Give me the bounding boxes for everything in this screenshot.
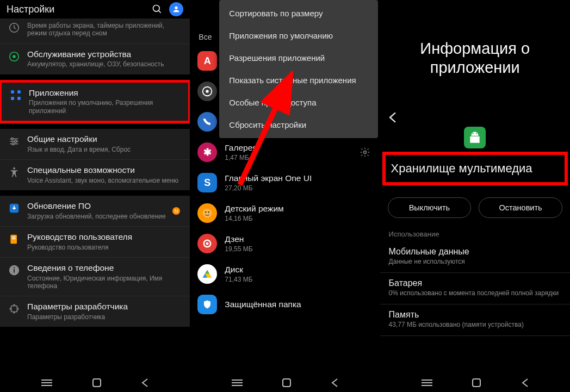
menu-item-default-apps[interactable]: Приложения по умолчанию [219, 24, 377, 47]
nav-home[interactable] [92, 378, 102, 388]
nav-recents[interactable] [422, 379, 432, 387]
svg-point-29 [205, 211, 207, 213]
settings-item-device-care[interactable]: Обслуживание устройства Аккумулятор, хра… [0, 44, 190, 74]
settings-item-sub: Voice Assistant, звук моно, вспомогатель… [27, 177, 183, 184]
svg-point-9 [11, 138, 14, 140]
svg-point-43 [473, 133, 474, 134]
app-icon: А [197, 51, 217, 71]
menu-item-sort[interactable]: Сортировать по размеру [219, 2, 377, 24]
svg-rect-16 [12, 238, 16, 239]
search-icon[interactable] [152, 4, 163, 15]
settings-item-accessibility[interactable]: Специальные возможности Voice Assistant,… [0, 160, 190, 190]
app-row[interactable]: Защищённая папка [190, 289, 380, 320]
sliders-icon [7, 135, 22, 147]
app-name: Диск [225, 265, 372, 275]
settings-item-devoptions[interactable]: Параметры разработчика Параметры разрабо… [0, 296, 190, 327]
app-icon [464, 127, 486, 148]
nav-back[interactable] [141, 378, 148, 388]
app-row[interactable]: S Главный экран One UI 27,20 МБ [190, 167, 380, 198]
app-name: Галерея [225, 143, 359, 153]
settings-item-label: Сведения о телефоне [27, 263, 183, 273]
settings-screen: Настройки Время работы экрана, таймеры п… [0, 0, 190, 392]
svg-rect-42 [283, 379, 290, 387]
menu-item-show-system[interactable]: Показать системные приложения [219, 69, 377, 91]
app-icon [197, 234, 217, 253]
app-row[interactable]: Детский режим 14,16 МБ [190, 198, 380, 228]
nav-home[interactable] [472, 378, 481, 388]
update-icon [7, 202, 22, 214]
header-bar: Настройки [0, 0, 190, 18]
usage-row-mobile-data[interactable]: Мобильные данные Данные не используются [380, 241, 570, 273]
action-buttons: Выключить Остановить [380, 195, 570, 228]
back-button[interactable] [380, 108, 570, 127]
menu-item-reset[interactable]: Сбросить настройки [219, 114, 377, 136]
force-stop-button[interactable]: Остановить [479, 197, 562, 218]
nav-bar [0, 374, 190, 392]
filter-tab-label: Все [199, 33, 212, 41]
app-icon [197, 264, 217, 284]
svg-line-1 [159, 11, 161, 13]
settings-item-label: Руководство пользователя [27, 232, 183, 242]
app-row[interactable]: Диск 71,43 МБ [190, 259, 380, 289]
app-icon [197, 82, 217, 101]
avatar[interactable] [169, 2, 183, 16]
svg-rect-15 [12, 237, 16, 238]
settings-item-label: Обновление ПО [27, 201, 172, 211]
settings-item-digital-wellbeing[interactable]: Время работы экрана, таймеры приложений,… [0, 18, 190, 44]
overflow-menu: Сортировать по размеру Приложения по умо… [219, 0, 377, 138]
gear-icon[interactable] [360, 147, 370, 158]
app-name-label: Хранилище мультимедиа [391, 161, 559, 176]
app-size: 27,20 МБ [225, 184, 372, 192]
settings-item-general[interactable]: Общие настройки Язык и ввод, Дата и врем… [0, 129, 190, 160]
app-name: Защищённая папка [225, 300, 372, 309]
settings-item-update[interactable]: Обновление ПО Загрузка обновлений, после… [0, 196, 190, 227]
settings-item-label: Параметры разработчика [27, 302, 183, 312]
apps-icon [8, 89, 23, 101]
app-icon [197, 112, 217, 132]
row-title: Батарея [389, 278, 561, 288]
row-sub: 0% использовано с момента последней полн… [389, 289, 561, 297]
usage-row-storage[interactable]: Память 43,77 МБ использовано (памяти уст… [380, 304, 570, 336]
svg-point-33 [206, 242, 209, 245]
settings-item-sub: Загрузка обновлений, последнее обновлени… [27, 213, 172, 220]
section-label: Использование [380, 228, 570, 241]
svg-point-27 [363, 151, 366, 154]
svg-point-44 [476, 133, 477, 134]
svg-rect-20 [11, 306, 17, 312]
usage-row-battery[interactable]: Батарея 0% использовано с момента послед… [380, 273, 570, 304]
svg-point-10 [15, 140, 17, 142]
app-row[interactable]: ✱ Галерея 1,47 МБ [190, 137, 380, 167]
menu-item-special-access[interactable]: Особые права доступа [219, 91, 377, 114]
clock-icon [7, 22, 22, 34]
svg-rect-18 [14, 269, 15, 272]
settings-item-apps-highlighted[interactable]: Приложения Приложения по умолчанию, Разр… [0, 80, 190, 123]
nav-back[interactable] [521, 378, 529, 388]
nav-recents[interactable] [232, 379, 243, 387]
row-sub: Данные не используются [389, 258, 561, 266]
row-sub: 43,77 МБ использовано (памяти устройства… [389, 321, 561, 329]
disable-button[interactable]: Выключить [388, 197, 472, 218]
svg-rect-24 [93, 379, 101, 387]
svg-point-19 [14, 267, 15, 268]
settings-item-label: Специальные возможности [27, 165, 183, 176]
svg-point-26 [206, 90, 209, 93]
settings-item-about[interactable]: Сведения о телефоне Состояние, Юридическ… [0, 258, 190, 296]
settings-item-sub: Состояние, Юридическая информация, Имя т… [27, 275, 183, 290]
app-icon [197, 295, 217, 314]
nav-recents[interactable] [41, 379, 52, 387]
row-title: Мобильные данные [389, 247, 561, 257]
nav-home[interactable] [282, 378, 292, 388]
page-title: Настройки [7, 4, 152, 15]
settings-item-manual[interactable]: Руководство пользователя Руководство пол… [0, 227, 190, 258]
app-icon [197, 203, 217, 223]
settings-item-sub: Время работы экрана, таймеры приложений,… [27, 22, 183, 38]
settings-item-sub: Параметры разработчика [27, 313, 183, 321]
menu-item-permissions[interactable]: Разрешения приложений [219, 47, 377, 69]
apps-list-screen: Все А ВКонтакте 1,47 МБ [190, 0, 380, 392]
developer-icon [7, 303, 22, 315]
app-size: 1,47 МБ [225, 154, 359, 161]
app-icon: S [197, 173, 217, 192]
app-row[interactable]: Дзен 19,55 МБ [190, 228, 380, 259]
nav-back[interactable] [331, 378, 338, 388]
svg-point-11 [12, 143, 14, 145]
